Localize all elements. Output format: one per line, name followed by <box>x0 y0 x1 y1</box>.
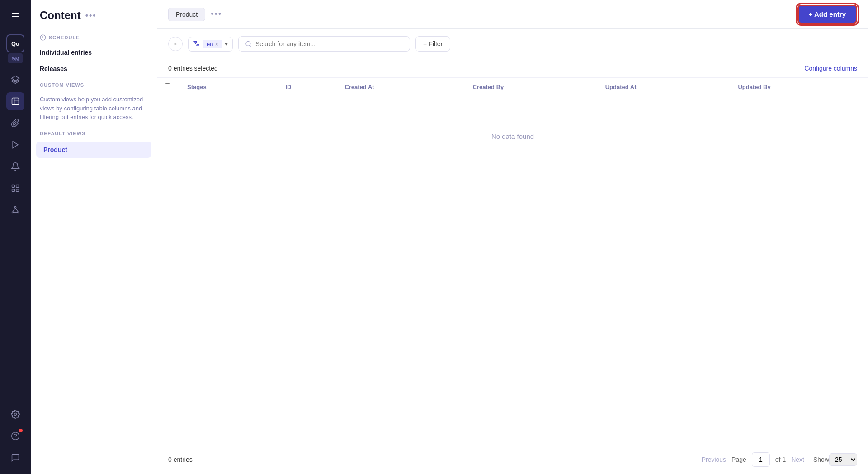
entries-table: Stages ID Created At Created By Updated … <box>157 78 868 176</box>
sidebar-item-individual-entries[interactable]: Individual entries <box>31 44 157 61</box>
svg-rect-5 <box>12 185 15 188</box>
nav-layers[interactable] <box>6 71 24 89</box>
svg-marker-4 <box>13 142 18 148</box>
title-dots[interactable]: ••• <box>85 11 97 20</box>
icon-sidebar: ☰ Qu ↻M <box>0 0 31 474</box>
svg-line-13 <box>15 208 18 212</box>
add-entry-button[interactable]: + Add entry <box>797 5 857 24</box>
custom-views-section-label: CUSTOM VIEWS <box>31 77 157 91</box>
select-all-checkbox-header[interactable] <box>157 78 180 96</box>
col-created-by: Created By <box>466 78 598 96</box>
table-container: Stages ID Created At Created By Updated … <box>157 78 868 445</box>
help-badge <box>19 429 23 432</box>
svg-rect-6 <box>16 185 19 188</box>
svg-point-15 <box>14 413 17 416</box>
product-tab[interactable]: Product <box>168 8 205 21</box>
search-input[interactable] <box>255 40 403 47</box>
nav-settings[interactable] <box>6 405 24 423</box>
svg-rect-1 <box>12 98 19 105</box>
filter-button[interactable]: + Filter <box>415 36 450 52</box>
svg-line-12 <box>13 208 15 212</box>
main-content: Product ••• + Add entry « en × ▾ <box>157 0 868 474</box>
default-views-section-label: DEFAULT VIEWS <box>31 125 157 140</box>
language-selector[interactable]: en × ▾ <box>188 37 233 52</box>
svg-line-20 <box>250 45 251 47</box>
avatar[interactable]: Qu <box>6 34 24 52</box>
page-label: Page <box>731 456 746 463</box>
translate-icon <box>193 40 200 47</box>
col-created-at: Created At <box>337 78 465 96</box>
pagination: Previous Page of 1 Next <box>702 452 804 467</box>
sidebar-item-releases[interactable]: Releases <box>31 61 157 77</box>
avatar-sub: ↻M <box>12 57 19 62</box>
topbar: Product ••• + Add entry <box>157 0 868 29</box>
search-icon <box>245 40 252 47</box>
of-total-pages: of 1 <box>775 456 786 463</box>
svg-point-9 <box>14 207 16 208</box>
col-id: ID <box>278 78 337 96</box>
empty-state-message: No data found <box>157 96 868 176</box>
col-updated-by: Updated By <box>731 78 868 96</box>
content-sidebar: Content ••• SCHEDULE Individual entries … <box>31 0 157 474</box>
col-stages: Stages <box>180 78 278 96</box>
nav-chat[interactable] <box>6 449 24 467</box>
hamburger-menu-icon[interactable]: ☰ <box>8 7 23 25</box>
show-per-page-select[interactable]: 25 50 100 <box>829 453 857 466</box>
nav-apps[interactable] <box>6 179 24 197</box>
lang-dropdown-icon[interactable]: ▾ <box>225 40 228 47</box>
show-label: Show <box>813 456 829 463</box>
search-box <box>238 36 410 52</box>
nav-media[interactable] <box>6 114 24 132</box>
select-all-checkbox[interactable] <box>165 83 170 89</box>
configure-columns-button[interactable]: Configure columns <box>804 65 857 72</box>
nav-integrations[interactable] <box>6 201 24 219</box>
nav-help[interactable] <box>6 427 24 445</box>
toolbar: « en × ▾ <box>157 29 868 59</box>
nav-publish[interactable] <box>6 136 24 154</box>
entries-selected-count: 0 entries selected <box>168 65 801 72</box>
nav-notifications[interactable] <box>6 157 24 175</box>
lang-remove-button[interactable]: × <box>215 41 218 47</box>
tab-dots[interactable]: ••• <box>211 9 222 19</box>
next-page-button[interactable]: Next <box>791 456 804 463</box>
default-view-product[interactable]: Product <box>36 142 151 158</box>
table-header-row: 0 entries selected Configure columns <box>157 59 868 78</box>
svg-point-16 <box>12 432 19 440</box>
nav-content[interactable] <box>6 92 24 110</box>
previous-page-button[interactable]: Previous <box>702 456 726 463</box>
col-updated-at: Updated At <box>598 78 731 96</box>
sidebar-title: Content ••• <box>31 9 157 29</box>
table-footer: 0 entries Previous Page of 1 Next Show 2… <box>157 445 868 474</box>
svg-rect-8 <box>16 189 19 192</box>
schedule-section-label: SCHEDULE <box>31 29 157 44</box>
collapse-sidebar-button[interactable]: « <box>168 37 183 51</box>
content-table-area: « en × ▾ <box>157 29 868 474</box>
page-number-input[interactable] <box>752 452 770 467</box>
svg-rect-7 <box>12 189 15 192</box>
svg-point-19 <box>246 41 250 46</box>
custom-views-description: Custom views help you add customized vie… <box>31 91 157 125</box>
footer-entries-count: 0 entries <box>168 456 193 463</box>
lang-tag: en × <box>203 40 222 48</box>
